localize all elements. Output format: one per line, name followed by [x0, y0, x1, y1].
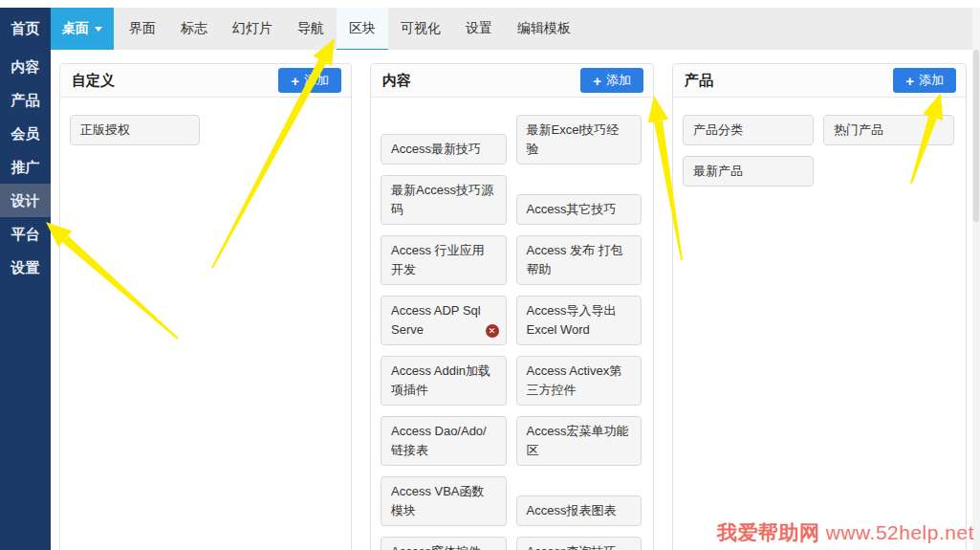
tab-区块[interactable]: 区块 [337, 8, 388, 51]
block-item[interactable]: Access导入导出 Excel Word [516, 296, 642, 345]
sidebar-item-label: 设置 [11, 259, 40, 275]
block-item[interactable]: Access ADP Sql Serve ✕ [381, 296, 507, 345]
tab-界面[interactable]: 界面 [117, 8, 168, 50]
block-item[interactable]: 最新产品 [683, 156, 814, 187]
panel-header: 自定义 + 添加 [60, 64, 351, 98]
tab-label: 界面 [129, 20, 156, 37]
block-item-label: Access Addin加载项插件 [391, 363, 490, 397]
page: 桌面 界面标志幻灯片导航区块可视化设置编辑模板 首页内容产品会员推广设计平台设置… [0, 0, 980, 550]
block-item[interactable]: Access最新技巧 [381, 134, 507, 165]
block-item[interactable]: Access Addin加载项插件 [381, 356, 507, 406]
block-item[interactable]: Access查询技巧 [516, 537, 642, 550]
tab-label: 设置 [466, 20, 492, 37]
sidebar-item-内容[interactable]: 内容 [0, 50, 51, 83]
sidebar-item-label: 产品 [11, 92, 40, 108]
block-item-label: Access 行业应用开发 [391, 243, 485, 276]
tab-label: 区块 [349, 20, 376, 37]
block-item[interactable]: 产品分类 [683, 115, 814, 145]
blocks-area: 自定义 + 添加 正版授权 内容 + 添加 Access最新技巧 最新Excel… [51, 50, 972, 550]
sidebar-item-会员[interactable]: 会员 [0, 117, 51, 150]
panel-title: 内容 [382, 72, 411, 90]
block-item[interactable]: Access VBA函数模块 [381, 476, 507, 526]
block-item[interactable]: Access报表图表 [516, 495, 642, 526]
sidebar: 首页内容产品会员推广设计平台设置 [0, 8, 51, 550]
block-item[interactable]: 最新Access技巧源码 [381, 175, 507, 225]
panel-内容: 内容 + 添加 Access最新技巧 最新Excel技巧经验 最新Access技… [370, 63, 654, 550]
sidebar-item-设置[interactable]: 设置 [0, 251, 51, 284]
sidebar-item-设计[interactable]: 设计 [0, 184, 51, 217]
tab-label: 导航 [297, 20, 324, 37]
block-item-label: 正版授权 [80, 122, 130, 137]
block-item-label: Access窗体控件 [391, 544, 481, 550]
tab-desktop[interactable]: 桌面 [51, 8, 114, 50]
sidebar-item-label: 首页 [11, 20, 40, 36]
block-item[interactable]: 热门产品 [823, 115, 954, 145]
sidebar-item-label: 内容 [11, 58, 40, 75]
block-item[interactable]: 最新Excel技巧经验 [516, 115, 642, 165]
block-item[interactable]: Access 发布 打包 帮助 [516, 235, 642, 285]
plus-icon: + [593, 74, 601, 88]
sidebar-item-平台[interactable]: 平台 [0, 217, 51, 251]
block-item-label: Access最新技巧 [391, 142, 481, 156]
panel-item-list: 正版授权 [60, 98, 351, 157]
watermark-site-name: 我爱帮助网 [717, 521, 820, 543]
panel-内容-add-button[interactable]: + 添加 [580, 68, 643, 93]
watermark: 我爱帮助网 www.52help.net [717, 519, 974, 546]
tab-幻灯片[interactable]: 幻灯片 [220, 8, 285, 50]
panel-title: 自定义 [72, 72, 115, 90]
block-item[interactable]: 正版授权 [70, 115, 200, 145]
topbar-tabs: 桌面 界面标志幻灯片导航区块可视化设置编辑模板 [51, 8, 583, 50]
panel-title: 产品 [685, 72, 713, 90]
sidebar-item-label: 平台 [11, 226, 40, 242]
block-item-label: Access宏菜单功能区 [527, 424, 629, 457]
block-item[interactable]: Access宏菜单功能区 [516, 416, 642, 466]
scrollbar-thumb[interactable] [973, 50, 979, 222]
block-item-label: 最新Access技巧源码 [391, 183, 493, 216]
block-item-label: 最新Excel技巧经验 [527, 122, 620, 156]
sidebar-item-产品[interactable]: 产品 [0, 83, 51, 117]
tab-编辑模板[interactable]: 编辑模板 [505, 8, 583, 50]
block-item[interactable]: Access其它技巧 [516, 194, 642, 225]
tab-label: 可视化 [401, 20, 441, 37]
panel-自定义-add-button[interactable]: + 添加 [278, 68, 341, 93]
tab-导航[interactable]: 导航 [285, 8, 337, 50]
block-item-label: 最新产品 [693, 164, 743, 178]
panel-产品: 产品 + 添加 产品分类 热门产品 最新产品 [672, 63, 967, 550]
panel-item-list: Access最新技巧 最新Excel技巧经验 最新Access技巧源码 Acce… [371, 98, 653, 550]
block-item[interactable]: Access窗体控件 [381, 537, 507, 550]
plus-icon: + [291, 74, 299, 88]
sidebar-item-label: 推广 [11, 159, 40, 175]
remove-icon[interactable]: ✕ [486, 324, 499, 338]
block-item-label: Access其它技巧 [527, 202, 617, 216]
sidebar-item-首页[interactable]: 首页 [0, 8, 51, 50]
tab-可视化[interactable]: 可视化 [388, 8, 453, 50]
panel-header: 产品 + 添加 [673, 64, 966, 98]
sidebar-item-label: 会员 [11, 125, 40, 142]
panel-自定义: 自定义 + 添加 正版授权 [59, 63, 352, 550]
tab-label: 幻灯片 [232, 20, 272, 37]
plus-icon: + [905, 74, 914, 88]
block-item[interactable]: Access Dao/Ado/链接表 [381, 416, 507, 466]
tab-标志[interactable]: 标志 [168, 8, 220, 50]
sidebar-item-推广[interactable]: 推广 [0, 150, 51, 184]
block-item[interactable]: Access Activex第三方控件 [516, 356, 642, 406]
block-item-label: Access Activex第三方控件 [527, 363, 622, 397]
block-item-label: 产品分类 [693, 122, 743, 137]
sidebar-item-label: 设计 [11, 192, 40, 209]
block-item-label: Access VBA函数模块 [391, 484, 485, 517]
block-item-label: Access查询技巧 [527, 544, 617, 550]
panel-产品-add-button[interactable]: + 添加 [893, 68, 956, 93]
top-navigation-bar: 桌面 界面标志幻灯片导航区块可视化设置编辑模板 [51, 8, 972, 51]
tab-desktop-label: 桌面 [62, 20, 89, 37]
add-button-label: 添加 [606, 72, 631, 89]
panel-item-list: 产品分类 热门产品 最新产品 [673, 98, 966, 198]
chevron-down-icon [95, 27, 102, 32]
page-scrollbar[interactable] [972, 8, 980, 550]
watermark-site-url: www.52help.net [826, 521, 974, 543]
block-item-label: Access Dao/Ado/链接表 [391, 424, 487, 457]
add-button-label: 添加 [304, 72, 329, 89]
block-item-label: Access 发布 打包 帮助 [527, 243, 623, 276]
block-item[interactable]: Access 行业应用开发 [381, 235, 507, 285]
block-item-label: Access ADP Sql Serve [391, 303, 481, 337]
tab-设置[interactable]: 设置 [453, 8, 505, 50]
